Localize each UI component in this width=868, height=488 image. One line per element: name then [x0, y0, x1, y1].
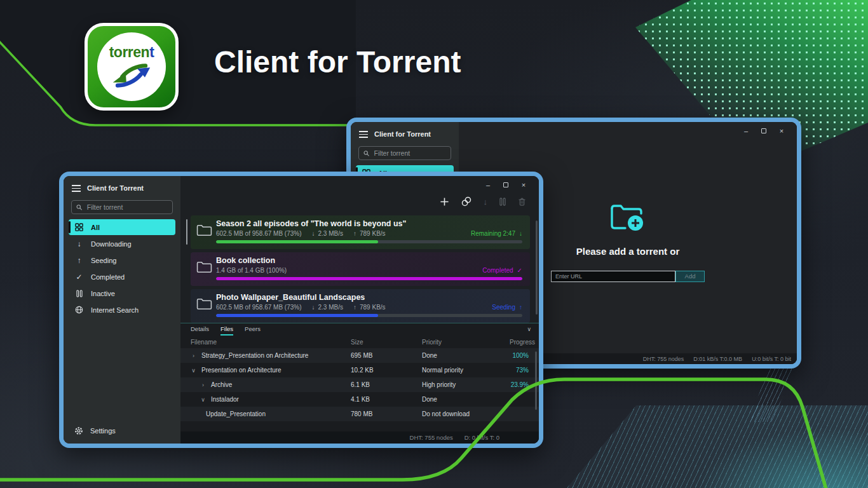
maximize-button[interactable] [497, 179, 515, 191]
torrent-row-seeding[interactable]: Photo Wallpaper_Beautiful Landscapes 602… [191, 289, 530, 323]
torrent-name: Photo Wallpaper_Beautiful Landscapes [216, 293, 522, 302]
sidebar-item-downloading[interactable]: ↓ Downloading [69, 236, 175, 252]
back-sidebar-app-name: Client for Torrent [374, 130, 431, 138]
page-title: Client for Torrent [214, 44, 461, 79]
progress-bar [216, 277, 522, 280]
list-scrollbar[interactable] [536, 220, 538, 315]
torrent-name: Book collection [216, 256, 522, 265]
file-priority: Normal priority [422, 367, 510, 374]
torrent-size-info: 602.5 MB of 958.67 MB (73%) [216, 230, 302, 237]
front-titlebar: – × [180, 176, 539, 194]
plus-icon [440, 197, 449, 207]
sidebar-item-internet-search[interactable]: Internet Search [69, 302, 175, 318]
file-size: 780 MB [351, 410, 422, 417]
file-row[interactable]: ›Strategy_Presentation on Architecture 6… [180, 348, 539, 363]
file-row[interactable]: Update_Presentation 780 MB Do not downlo… [180, 407, 539, 421]
file-progress: 73% [510, 367, 529, 374]
close-button[interactable]: × [515, 179, 532, 191]
chevron-right-icon[interactable]: › [191, 353, 196, 359]
torrent-name: Season 2 all episodes of "The world is b… [216, 219, 522, 228]
tab-peers[interactable]: Peers [245, 325, 261, 336]
torrent-status: Completed [482, 267, 513, 274]
torrent-size-info: 602.5 MB of 958.67 MB (73%) [216, 304, 302, 311]
down-speed: 2.3 MB/s [318, 230, 343, 237]
file-name: Update_Presentation [206, 410, 266, 417]
app-icon-wordmark: torrent [109, 45, 154, 60]
add-magnet-link-button[interactable] [461, 196, 471, 207]
front-filter-box[interactable] [71, 200, 173, 214]
down-arrow-icon: ↓ [312, 304, 315, 311]
sidebar-item-inactive[interactable]: Inactive [69, 285, 175, 301]
col-size: Size [351, 339, 422, 346]
up-arrow-icon: ↑ [353, 304, 356, 311]
file-size: 10.2 KB [351, 367, 422, 374]
back-filter-box[interactable] [358, 146, 451, 160]
status-icon: ✓ [517, 267, 522, 274]
minimize-button[interactable]: – [479, 179, 497, 191]
dht-status: DHT: 755 nodes [643, 356, 684, 362]
tab-files[interactable]: Files [220, 325, 233, 336]
add-torrent-button[interactable] [440, 197, 449, 207]
add-folder-icon [610, 203, 646, 232]
file-priority: High priority [422, 381, 510, 388]
pause-button[interactable] [499, 198, 506, 206]
sidebar-item-seeding[interactable]: ↑ Seeding [69, 252, 175, 268]
hamburger-menu-icon[interactable] [359, 131, 368, 138]
folder-icon [196, 224, 212, 237]
progress-bar [216, 314, 522, 317]
upload-arrow-icon: ↑ [74, 257, 84, 264]
sidebar-item-label: All [91, 224, 100, 231]
grid-all-icon [74, 223, 84, 231]
file-name: Archive [211, 381, 232, 388]
progress-bar [216, 240, 522, 243]
file-row[interactable]: ∨Instalador 4.1 KB Done [180, 392, 539, 407]
chevron-down-icon[interactable]: ∨ [191, 367, 196, 374]
file-row[interactable]: ›Archive 6.1 KB High priority 23.9% [180, 377, 539, 392]
sidebar-item-label: Internet Search [91, 306, 139, 314]
sidebar-item-completed[interactable]: ✓ Completed [69, 269, 175, 285]
globe-icon [74, 306, 84, 314]
pause-icon [499, 198, 506, 206]
file-size: 4.1 KB [351, 396, 422, 403]
details-scrollbar[interactable] [535, 351, 537, 410]
file-priority: Do not download [422, 410, 510, 417]
torrent-status: Seeding [492, 304, 515, 311]
collapse-panel-chevron-icon[interactable]: ∨ [527, 326, 531, 332]
search-icon [76, 204, 83, 211]
empty-state-message: Please add a torrent or [576, 246, 680, 257]
file-size: 6.1 KB [351, 381, 422, 388]
hamburger-menu-icon[interactable] [72, 185, 81, 192]
progress-fill [216, 240, 378, 243]
gear-icon [74, 426, 83, 435]
swap-arrows-icon [110, 62, 153, 88]
torrent-row-downloading[interactable]: Season 2 all episodes of "The world is b… [191, 215, 530, 249]
torrent-list: Season 2 all episodes of "The world is b… [180, 209, 539, 323]
sidebar-item-settings[interactable]: Settings [64, 421, 180, 441]
resume-button[interactable]: ↓ [484, 198, 488, 206]
file-priority: Done [422, 352, 510, 359]
sidebar-item-all[interactable]: All [69, 219, 175, 235]
app-icon-circle: torrent [97, 32, 166, 101]
download-status: D:01 kB/s T:0.0 MB [693, 356, 742, 362]
chevron-down-icon[interactable]: ∨ [200, 396, 206, 403]
files-table-header: Filename Size Priority Progress [180, 336, 539, 348]
chevron-right-icon[interactable]: › [200, 382, 206, 388]
file-name: Instalador [211, 396, 239, 403]
add-url-button[interactable]: Add [675, 271, 705, 282]
up-arrow-icon: ↑ [353, 230, 356, 237]
selected-row-indicator [186, 219, 187, 245]
delete-button[interactable] [518, 197, 526, 206]
back-filter-input[interactable] [374, 149, 446, 157]
torrent-row-completed[interactable]: Book collection 1.4 GB of 1.4 GB (100%) … [191, 252, 530, 286]
app-icon: torrent [85, 23, 179, 111]
enter-url-input[interactable] [551, 271, 675, 282]
download-arrow-icon: ↓ [74, 240, 84, 248]
download-status: D: 0 bit/s T: 0 [465, 434, 499, 441]
folder-icon [196, 261, 212, 274]
progress-fill [216, 277, 522, 280]
file-row[interactable]: ∨Presentation on Architecture 10.2 KB No… [180, 363, 539, 377]
folder-icon [196, 297, 212, 311]
front-filter-input[interactable] [87, 203, 168, 211]
status-icon: ↑ [519, 304, 522, 311]
tab-details[interactable]: Details [191, 325, 209, 336]
